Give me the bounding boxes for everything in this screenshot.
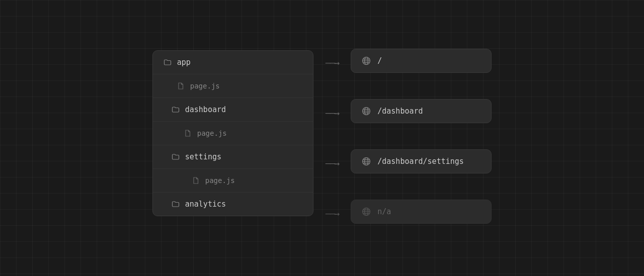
tree-item-app-page: page.js (153, 74, 313, 98)
route-row-app: ——→ / (313, 50, 492, 75)
arrow-analytics: ——→ (313, 208, 351, 219)
globe-icon-settings (361, 156, 371, 166)
route-pill-analytics: n/a (351, 200, 492, 224)
tree-label-settings: settings (185, 152, 221, 161)
route-path-analytics: n/a (377, 207, 391, 216)
tree-item-app: app (153, 51, 313, 74)
tree-item-dashboard: dashboard (153, 98, 313, 122)
globe-icon-root (361, 56, 371, 66)
route-row-analytics: ——→ n/a (313, 201, 492, 226)
tree-label-app: app (177, 58, 191, 67)
tree-label-dashboard-page: page.js (197, 129, 227, 137)
tree-label-analytics: analytics (185, 200, 226, 209)
globe-icon-dashboard (361, 106, 371, 116)
tree-item-dashboard-page: page.js (153, 122, 313, 145)
folder-icon (163, 58, 172, 67)
route-pill-dashboard: /dashboard (351, 99, 492, 123)
folder-icon-analytics (171, 200, 180, 209)
folder-icon-settings (171, 152, 180, 161)
route-path-settings: /dashboard/settings (377, 157, 464, 166)
arrows-and-routes: ——→ / ——→ (313, 50, 492, 226)
tree-item-analytics: analytics (153, 193, 313, 216)
route-row-settings: ——→ /dashboard/settings (313, 151, 492, 176)
arrow-app: ——→ (313, 57, 351, 68)
folder-icon-dashboard (171, 105, 180, 114)
tree-label-settings-page: page.js (205, 176, 235, 185)
tree-item-settings-page: page.js (153, 169, 313, 193)
file-tree: app page.js dashboard (152, 50, 313, 216)
globe-icon-analytics (361, 207, 371, 217)
route-pill-settings: /dashboard/settings (351, 149, 492, 173)
spacer-2 (313, 126, 492, 151)
diagram: app page.js dashboard (152, 50, 492, 226)
arrow-settings: ——→ (313, 158, 351, 168)
tree-item-settings: settings (153, 145, 313, 169)
route-path-dashboard: /dashboard (377, 107, 423, 116)
spacer-3 (313, 176, 492, 201)
file-icon-3 (191, 176, 200, 185)
arrow-dashboard: ——→ (313, 108, 351, 118)
spacer-1 (313, 75, 492, 101)
route-row-dashboard: ——→ /dashboard (313, 101, 492, 126)
tree-label-dashboard: dashboard (185, 105, 226, 114)
route-path-root: / (377, 56, 382, 65)
tree-label-app-page: page.js (190, 82, 220, 90)
file-icon-1 (176, 81, 185, 90)
route-pill-root: / (351, 49, 492, 73)
file-icon-2 (183, 129, 192, 138)
